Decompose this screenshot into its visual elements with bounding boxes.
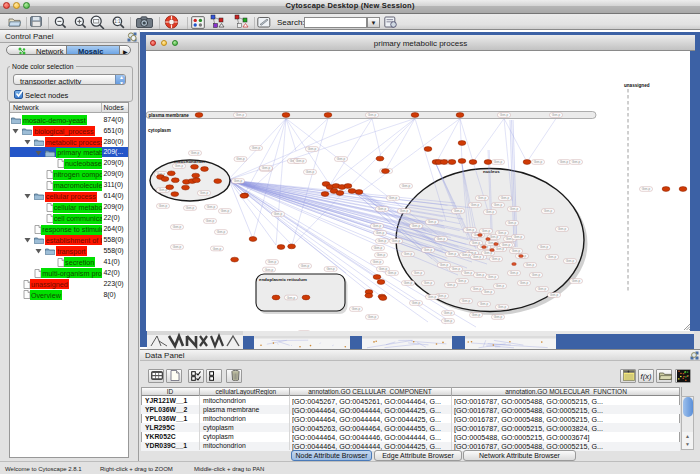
svg-text:Gen-p: Gen-p: [424, 248, 433, 252]
svg-text:Gen-p: Gen-p: [234, 179, 243, 183]
svg-text:1:1: 1:1: [114, 19, 121, 24]
svg-text:Gen-p: Gen-p: [368, 113, 377, 117]
svg-text:Gen-p: Gen-p: [200, 191, 209, 195]
svg-text:Gen-p: Gen-p: [502, 243, 511, 247]
svg-text:Gen-p: Gen-p: [462, 299, 471, 303]
svg-text:Gen-p: Gen-p: [482, 229, 491, 233]
svg-text:Gen-p: Gen-p: [454, 209, 463, 213]
svg-text:Gen-p: Gen-p: [476, 273, 485, 277]
svg-text:Gen-p: Gen-p: [207, 205, 216, 209]
svg-text:Gen-p: Gen-p: [368, 315, 377, 319]
svg-text:Gen-p: Gen-p: [173, 245, 182, 249]
svg-text:Gen-p: Gen-p: [389, 196, 398, 200]
svg-text:Gen-p: Gen-p: [496, 247, 505, 251]
svg-text:Gen-p: Gen-p: [462, 253, 471, 257]
svg-text:Gen-p: Gen-p: [236, 113, 245, 117]
svg-text:Gen-p: Gen-p: [392, 239, 401, 243]
svg-text:Gen-p: Gen-p: [404, 252, 413, 256]
svg-text:Gen-p: Gen-p: [306, 170, 315, 174]
svg-text:Gen-p: Gen-p: [540, 245, 549, 249]
svg-text:Gen-p: Gen-p: [566, 259, 575, 263]
svg-text:Gen-p: Gen-p: [377, 253, 386, 257]
svg-text:Gen-p: Gen-p: [287, 296, 296, 300]
svg-text:Gen-p: Gen-p: [213, 247, 222, 251]
svg-text:Gen-p: Gen-p: [558, 227, 567, 231]
svg-text:Gen-p: Gen-p: [337, 157, 346, 161]
svg-text:Gen-p: Gen-p: [424, 281, 433, 285]
svg-text:Gen-p: Gen-p: [550, 293, 559, 297]
svg-text:Gen-p: Gen-p: [440, 263, 449, 267]
svg-text:Gen-p: Gen-p: [428, 295, 437, 299]
svg-text:Gen-p: Gen-p: [510, 207, 519, 211]
svg-text:Gen-p: Gen-p: [301, 264, 310, 268]
svg-text:Gen-p: Gen-p: [217, 230, 226, 234]
svg-text:Gen-p: Gen-p: [464, 271, 473, 275]
svg-text:Gen-p: Gen-p: [175, 164, 184, 168]
svg-text:Gen-p: Gen-p: [414, 271, 423, 275]
svg-text:Gen-p: Gen-p: [458, 279, 467, 283]
svg-text:Gen-p: Gen-p: [444, 319, 453, 323]
svg-text:Gen-p: Gen-p: [379, 267, 388, 271]
svg-text:Gen-p: Gen-p: [532, 273, 541, 277]
svg-text:Gen-p: Gen-p: [274, 212, 283, 216]
svg-text:Gen-p: Gen-p: [494, 315, 503, 319]
svg-text:Gen-p: Gen-p: [412, 301, 421, 305]
svg-text:Gen-p: Gen-p: [473, 255, 482, 259]
svg-text:Gen-p: Gen-p: [402, 184, 411, 188]
svg-text:Gen-p: Gen-p: [448, 252, 457, 256]
svg-text:Gen-p: Gen-p: [473, 287, 482, 291]
svg-text:cytoplasm: cytoplasm: [148, 128, 171, 133]
svg-text:Gen-p: Gen-p: [498, 305, 507, 309]
svg-text:Gen-p: Gen-p: [514, 235, 523, 239]
svg-text:Gen-p: Gen-p: [494, 203, 503, 207]
svg-text:Gen-p: Gen-p: [466, 228, 475, 232]
svg-text:Gen-p: Gen-p: [352, 307, 361, 311]
svg-text:Gen-p: Gen-p: [437, 237, 446, 241]
svg-text:Gen-p: Gen-p: [378, 239, 387, 243]
svg-text:Gen-p: Gen-p: [326, 267, 335, 271]
svg-text:Gen-p: Gen-p: [471, 203, 480, 207]
svg-text:Gen-p: Gen-p: [500, 113, 509, 117]
svg-text:Gen-p: Gen-p: [520, 281, 529, 285]
svg-text:Gen-p: Gen-p: [538, 287, 547, 291]
svg-text:Gen-p: Gen-p: [642, 187, 651, 191]
svg-text:Gen-p: Gen-p: [428, 220, 437, 224]
svg-text:Gen-p: Gen-p: [572, 279, 581, 283]
svg-text:Gen-p: Gen-p: [492, 257, 501, 261]
svg-text:Gen-p: Gen-p: [501, 196, 510, 200]
svg-text:Gen-p: Gen-p: [444, 311, 453, 315]
svg-text:Gen-p: Gen-p: [262, 166, 271, 170]
svg-text:unassigned: unassigned: [624, 83, 650, 88]
svg-text:Gen-p: Gen-p: [374, 246, 383, 250]
svg-text:Gen-p: Gen-p: [438, 294, 447, 298]
svg-text:Gen-p: Gen-p: [484, 251, 493, 255]
svg-text:endoplasmic reticulum: endoplasmic reticulum: [259, 277, 307, 282]
svg-text:Gen-p: Gen-p: [526, 263, 535, 267]
svg-text:Gen-p: Gen-p: [412, 224, 421, 228]
svg-text:Gen-p: Gen-p: [388, 271, 397, 275]
svg-text:Gen-p: Gen-p: [498, 231, 507, 235]
svg-text:Gen-p: Gen-p: [447, 283, 456, 287]
svg-text:Gen-p: Gen-p: [478, 196, 487, 200]
svg-text:Gen-p: Gen-p: [494, 160, 503, 164]
svg-text:Gen-p: Gen-p: [560, 160, 569, 164]
svg-text:Gen-p: Gen-p: [452, 267, 461, 271]
svg-text:Gen-p: Gen-p: [488, 275, 497, 279]
svg-text:Gen-p: Gen-p: [472, 313, 481, 317]
svg-text:Gen-p: Gen-p: [221, 209, 230, 213]
svg-text:Gen-p: Gen-p: [400, 209, 409, 213]
svg-text:Gen-p: Gen-p: [484, 290, 493, 294]
svg-text:Gen-p: Gen-p: [265, 268, 274, 272]
svg-text:Gen-p: Gen-p: [496, 284, 505, 288]
svg-text:Gen-p: Gen-p: [512, 249, 521, 253]
svg-text:Gen-p: Gen-p: [572, 160, 581, 164]
svg-text:Gen-p: Gen-p: [510, 271, 519, 275]
svg-text:Gen-p: Gen-p: [548, 255, 557, 259]
svg-text:Gen-p: Gen-p: [159, 204, 168, 208]
svg-text:Gen-p: Gen-p: [308, 147, 317, 151]
svg-text:Gen-p: Gen-p: [373, 224, 382, 228]
svg-text:nucleus: nucleus: [483, 169, 500, 174]
svg-text:Gen-p: Gen-p: [378, 207, 387, 211]
svg-text:plasma membrane: plasma membrane: [149, 113, 190, 118]
svg-text:Gen-p: Gen-p: [544, 209, 553, 213]
